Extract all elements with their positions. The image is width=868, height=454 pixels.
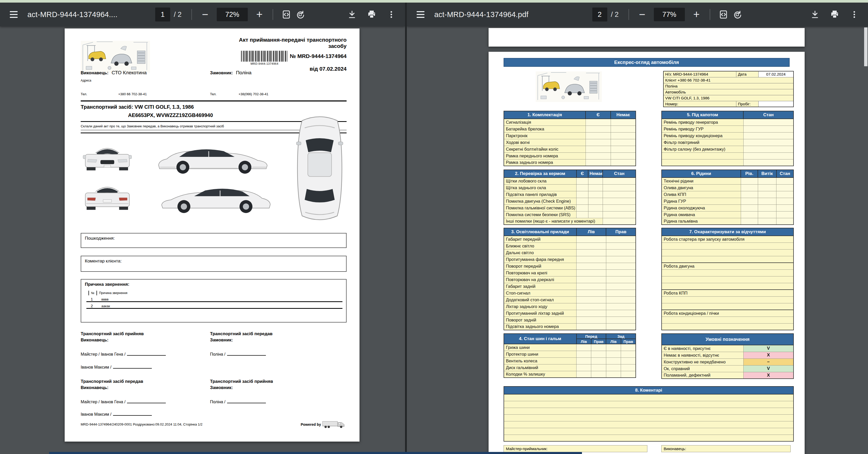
reason-box: Причина звернення: № Причина звернення 1… — [81, 279, 347, 322]
table-cell: Стоп-сигнал — [504, 290, 577, 296]
table-cell — [577, 191, 588, 198]
table-cell — [661, 276, 794, 283]
zoom-in-button[interactable]: + — [252, 7, 267, 22]
table-header-cell: Рів. — [741, 170, 758, 177]
table-cell — [591, 371, 606, 378]
fit-page-button[interactable] — [716, 7, 731, 22]
download-button[interactable] — [808, 7, 822, 22]
table-cell — [504, 394, 794, 401]
table-cell — [661, 256, 794, 263]
table-cell — [611, 146, 636, 152]
table-cell — [606, 364, 621, 371]
table-cell — [661, 296, 794, 303]
signature-line — [127, 400, 166, 403]
table-cell: Є в наявності, присутнє — [661, 345, 743, 352]
table-cell: Щітки лобового скла — [504, 177, 577, 184]
page-number-input[interactable] — [592, 7, 607, 22]
table-header-cell: 6. Рідини — [661, 170, 741, 177]
fit-page-button[interactable] — [279, 7, 293, 22]
menu-button[interactable] — [413, 7, 428, 22]
scrollbar-thumb[interactable] — [864, 27, 867, 66]
pdf-page-2: Експрес-огляд автомобіля Н/з: MRD-9444-1… — [489, 52, 805, 454]
table-cell — [606, 303, 636, 310]
table-header-cell: 3. Освітлювальні прилади — [504, 228, 577, 236]
act-statement: Склали даний акт про те, що Замовник пер… — [81, 124, 224, 128]
table-cell — [776, 177, 794, 184]
table-cell: Немає в наявності, відсутнє — [661, 352, 743, 359]
table-cell — [741, 184, 758, 191]
sig1-customer: Поліна / — [210, 352, 225, 357]
zoom-in-button[interactable]: + — [689, 7, 704, 22]
table-cell — [606, 249, 636, 256]
zoom-out-button[interactable]: − — [635, 7, 649, 22]
page-number-input[interactable] — [155, 7, 170, 22]
table-cell: Ходові вогні — [504, 139, 586, 146]
pdf-panel-right: act-MRD-9444-1374964.pdf / 2 − 77% + — [407, 3, 868, 454]
table-header-cell: Прав — [591, 339, 606, 344]
zoom-level[interactable]: 72% — [217, 8, 248, 21]
car-front-view-image — [82, 141, 133, 177]
table-cell — [586, 139, 611, 146]
table-cell: X — [743, 352, 794, 359]
customer-label: Замовник: — [210, 70, 233, 75]
table-cell — [577, 317, 606, 323]
address-label: Адреса — [81, 79, 91, 82]
table-cell — [577, 290, 606, 296]
table-cell — [577, 303, 606, 310]
act-number: № MRD-9444-1374964 — [290, 51, 347, 62]
signature-line — [113, 413, 152, 416]
more-options-button[interactable] — [847, 7, 861, 22]
table-cell: Ремінь приводу кондиціонера — [661, 132, 743, 139]
table-cell — [602, 204, 636, 211]
car-side-view-image — [155, 143, 272, 175]
mileage-label-cell: Пробіг: — [736, 101, 758, 107]
table-cell — [577, 184, 588, 191]
table-cell — [577, 177, 588, 184]
download-button[interactable] — [345, 7, 359, 22]
pdf-page-1: Акт приймання-передачі транспортного зас… — [65, 28, 360, 442]
table-cell: Протитуманна фара передня — [504, 256, 577, 263]
print-button[interactable] — [828, 7, 842, 22]
zoom-out-button[interactable]: − — [198, 7, 212, 22]
table-cell: Додатковий стоп-сигнал — [504, 296, 577, 303]
table-cell: Протитуманний ліхтар задній — [504, 310, 577, 317]
print-button[interactable] — [365, 7, 379, 22]
sig2-customer: Поліна / — [210, 400, 225, 404]
signature-line — [127, 352, 166, 356]
sig2-left-title: Транспортний засіб передав — [81, 378, 210, 385]
more-options-button[interactable] — [384, 7, 398, 22]
table-cell — [586, 146, 611, 152]
table-cell — [588, 184, 602, 191]
table-cell — [602, 177, 636, 184]
table-cell — [611, 139, 636, 146]
vehicle-line: Транспортний засіб: VW CITI GOLF, 1.3, 1… — [81, 104, 194, 110]
table-header-cell: Є — [586, 111, 611, 119]
menu-button[interactable] — [7, 7, 21, 22]
table-cell: Олива двигуна — [661, 184, 741, 191]
table-by-feel: 7. Охарактеризувати за відчуттямиРобота … — [661, 228, 794, 330]
table-cell — [621, 344, 636, 351]
zoom-level[interactable]: 77% — [654, 8, 685, 21]
table-cell — [504, 408, 794, 415]
table-cell — [743, 152, 794, 159]
rotate-button[interactable] — [731, 7, 744, 22]
table-cell — [606, 358, 621, 364]
window-top-strip — [0, 0, 868, 3]
mileage-value-cell — [758, 101, 794, 107]
toolbar-divider — [710, 9, 710, 20]
table-header-cell: Зад — [606, 334, 636, 339]
table-under-hood: 5. Під капотомСтанРемінь приводу генерат… — [661, 111, 794, 166]
table-header-cell: 4. Стан шин і гальм — [504, 334, 577, 344]
workshop-logo-image — [527, 72, 610, 102]
table-cell — [743, 146, 794, 152]
phone-label: Тел. — [210, 92, 216, 96]
table-cell — [577, 269, 606, 276]
download-icon — [347, 9, 357, 20]
pdf-viewport-right[interactable]: Експрес-огляд автомобіля Н/з: MRD-9444-1… — [407, 26, 868, 454]
pdf-viewport-left[interactable]: Акт приймання-передачі транспортного зас… — [0, 26, 405, 454]
table-cell — [741, 218, 758, 225]
rotate-button[interactable] — [293, 7, 307, 22]
table-cell — [741, 191, 758, 198]
table-cell — [588, 211, 602, 218]
table-cell: Рідина омивача — [661, 211, 741, 218]
